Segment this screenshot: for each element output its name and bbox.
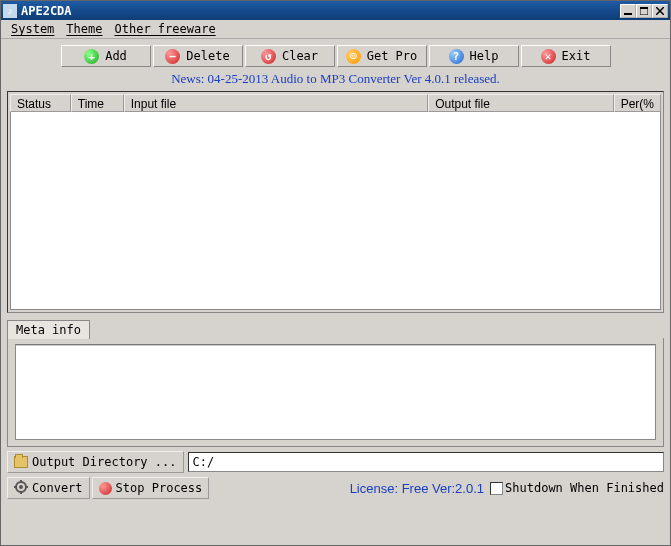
toolbar: + Add − Delete ↺ Clear ☺ Get Pro ? Help …	[7, 45, 664, 67]
question-icon: ?	[449, 49, 464, 64]
titlebar: ♪ APE2CDA	[1, 1, 670, 20]
delete-label: Delete	[186, 49, 229, 63]
svg-rect-2	[640, 7, 648, 9]
output-directory-label: Output Directory ...	[32, 455, 177, 469]
add-label: Add	[105, 49, 127, 63]
maximize-button[interactable]	[636, 4, 652, 18]
output-directory-input[interactable]	[188, 452, 665, 472]
col-time[interactable]: Time	[71, 94, 124, 112]
convert-label: Convert	[32, 481, 83, 495]
clear-label: Clear	[282, 49, 318, 63]
stop-process-button[interactable]: Stop Process	[92, 477, 210, 499]
help-label: Help	[470, 49, 499, 63]
add-button[interactable]: + Add	[61, 45, 151, 67]
meta-info-tab[interactable]: Meta info	[7, 320, 90, 339]
clear-button[interactable]: ↺ Clear	[245, 45, 335, 67]
window-title: APE2CDA	[21, 4, 620, 18]
gear-icon	[14, 480, 28, 497]
convert-button[interactable]: Convert	[7, 477, 90, 499]
meta-info-body[interactable]	[15, 344, 656, 440]
folder-icon	[14, 456, 28, 468]
plus-icon: +	[84, 49, 99, 64]
close-button[interactable]	[652, 4, 668, 18]
menu-theme[interactable]: Theme	[60, 21, 108, 37]
menu-system[interactable]: System	[5, 21, 60, 37]
col-percent[interactable]: Per(%	[614, 94, 661, 112]
smiley-icon: ☺	[346, 49, 361, 64]
output-directory-button[interactable]: Output Directory ...	[7, 451, 184, 473]
getpro-label: Get Pro	[367, 49, 418, 63]
stop-label: Stop Process	[116, 481, 203, 495]
stop-icon	[99, 482, 112, 495]
menubar: System Theme Other freeware	[1, 20, 670, 39]
clear-icon: ↺	[261, 49, 276, 64]
col-output-file[interactable]: Output file	[428, 94, 614, 112]
license-text: License: Free Ver:2.0.1	[350, 481, 484, 496]
help-button[interactable]: ? Help	[429, 45, 519, 67]
svg-point-6	[19, 485, 23, 489]
checkbox-icon	[490, 482, 503, 495]
news-banner[interactable]: News: 04-25-2013 Audio to MP3 Converter …	[7, 71, 664, 87]
exit-button[interactable]: ✕ Exit	[521, 45, 611, 67]
output-directory-row: Output Directory ...	[7, 451, 664, 473]
shutdown-checkbox[interactable]: Shutdown When Finished	[490, 481, 664, 495]
table-body[interactable]	[10, 112, 661, 310]
file-table: Status Time Input file Output file Per(%	[7, 91, 664, 313]
shutdown-label: Shutdown When Finished	[505, 481, 664, 495]
menu-other-freeware[interactable]: Other freeware	[108, 21, 221, 37]
getpro-button[interactable]: ☺ Get Pro	[337, 45, 427, 67]
main-window: ♪ APE2CDA System Theme Other freeware + …	[0, 0, 671, 546]
col-input-file[interactable]: Input file	[124, 94, 428, 112]
col-status[interactable]: Status	[10, 94, 71, 112]
table-header: Status Time Input file Output file Per(%	[10, 94, 661, 112]
meta-info-panel: Meta info	[7, 319, 664, 447]
bottom-row: Convert Stop Process License: Free Ver:2…	[7, 477, 664, 503]
exit-label: Exit	[562, 49, 591, 63]
minimize-button[interactable]	[620, 4, 636, 18]
minus-icon: −	[165, 49, 180, 64]
svg-rect-0	[624, 13, 632, 15]
delete-button[interactable]: − Delete	[153, 45, 243, 67]
x-icon: ✕	[541, 49, 556, 64]
app-icon: ♪	[3, 4, 17, 18]
